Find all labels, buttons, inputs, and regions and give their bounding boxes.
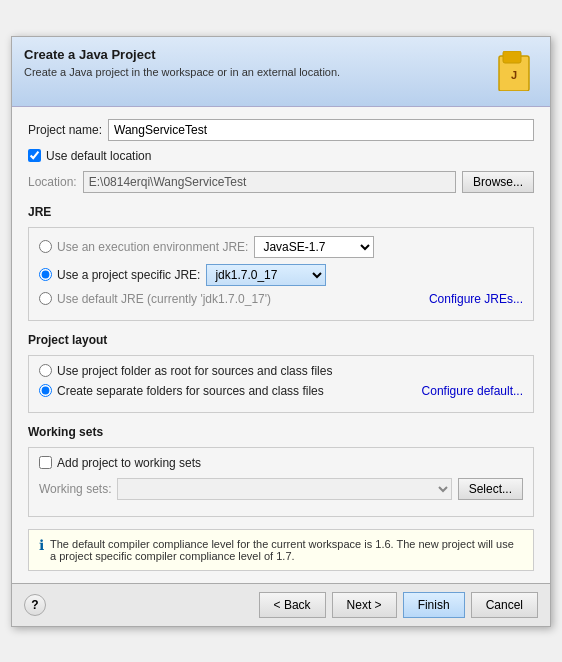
jre-section-label: JRE (28, 205, 534, 219)
default-jre-row: Use default JRE (currently 'jdk1.7.0_17'… (39, 292, 523, 306)
project-root-row: Use project folder as root for sources a… (39, 364, 523, 378)
env-jre-row: Use an execution environment JRE: JavaSE… (39, 236, 523, 258)
project-name-label: Project name: (28, 123, 102, 137)
project-root-radio[interactable] (39, 364, 52, 377)
layout-section-label: Project layout (28, 333, 534, 347)
env-jre-label: Use an execution environment JRE: (57, 240, 248, 254)
working-sets-label: Working sets (28, 425, 534, 439)
footer-right: < Back Next > Finish Cancel (259, 592, 538, 618)
finish-button[interactable]: Finish (403, 592, 465, 618)
create-java-project-dialog: Create a Java Project Create a Java proj… (11, 36, 551, 627)
working-sets-select[interactable] (117, 478, 451, 500)
add-working-sets-checkbox[interactable] (39, 456, 52, 469)
back-button[interactable]: < Back (259, 592, 326, 618)
add-working-sets-row: Add project to working sets (39, 456, 523, 470)
env-jre-radio[interactable] (39, 240, 52, 253)
dialog-header: Create a Java Project Create a Java proj… (12, 37, 550, 107)
info-icon: ℹ (39, 537, 44, 553)
java-project-icon: J (490, 47, 538, 95)
layout-section: Use project folder as root for sources a… (28, 355, 534, 413)
default-jre-label: Use default JRE (currently 'jdk1.7.0_17'… (57, 292, 271, 306)
cancel-button[interactable]: Cancel (471, 592, 538, 618)
configure-default-link[interactable]: Configure default... (422, 384, 523, 398)
svg-rect-1 (503, 51, 521, 63)
project-jre-radio[interactable] (39, 268, 52, 281)
env-jre-select[interactable]: JavaSE-1.7 (254, 236, 374, 258)
working-sets-section: Add project to working sets Working sets… (28, 447, 534, 517)
use-default-location-label: Use default location (46, 149, 151, 163)
project-name-input[interactable] (108, 119, 534, 141)
select-working-sets-button[interactable]: Select... (458, 478, 523, 500)
project-root-label: Use project folder as root for sources a… (57, 364, 332, 378)
configure-jres-link[interactable]: Configure JREs... (429, 292, 523, 306)
use-default-location-row: Use default location (28, 149, 534, 163)
jre-section: Use an execution environment JRE: JavaSE… (28, 227, 534, 321)
dialog-subtitle: Create a Java project in the workspace o… (24, 66, 490, 78)
browse-button[interactable]: Browse... (462, 171, 534, 193)
help-button[interactable]: ? (24, 594, 46, 616)
working-sets-field-label: Working sets: (39, 482, 111, 496)
location-label: Location: (28, 175, 77, 189)
dialog-body: Project name: Use default location Locat… (12, 107, 550, 583)
location-row: Location: Browse... (28, 171, 534, 193)
location-input[interactable] (83, 171, 456, 193)
info-box: ℹ The default compiler compliance level … (28, 529, 534, 571)
info-text: The default compiler compliance level fo… (50, 538, 523, 562)
separate-folders-label: Create separate folders for sources and … (57, 384, 324, 398)
dialog-title: Create a Java Project (24, 47, 490, 62)
project-name-row: Project name: (28, 119, 534, 141)
project-jre-select[interactable]: jdk1.7.0_17 (206, 264, 326, 286)
separate-folders-row: Create separate folders for sources and … (39, 384, 523, 398)
working-sets-select-row: Working sets: Select... (39, 478, 523, 500)
header-text: Create a Java Project Create a Java proj… (24, 47, 490, 78)
project-jre-label: Use a project specific JRE: (57, 268, 200, 282)
dialog-footer: ? < Back Next > Finish Cancel (12, 583, 550, 626)
svg-text:J: J (511, 69, 517, 81)
add-working-sets-label: Add project to working sets (57, 456, 201, 470)
use-default-location-checkbox[interactable] (28, 149, 41, 162)
separate-folders-radio[interactable] (39, 384, 52, 397)
next-button[interactable]: Next > (332, 592, 397, 618)
project-jre-row: Use a project specific JRE: jdk1.7.0_17 (39, 264, 523, 286)
footer-left: ? (24, 594, 46, 616)
default-jre-radio[interactable] (39, 292, 52, 305)
